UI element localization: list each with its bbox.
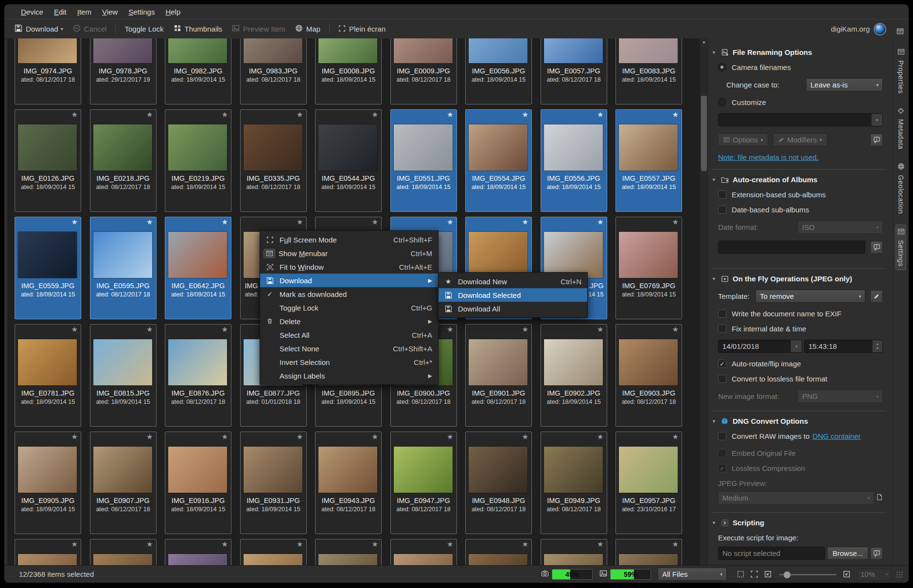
checkbox-checked-icon[interactable]: ✓ [718, 360, 726, 368]
grid-item[interactable]: ★IMG_0978.JPGated: 29/12/2017 19 [90, 38, 157, 104]
grid-item[interactable]: ★IMG_E0907.JPGated: 08/12/2017 18 [90, 432, 157, 534]
customize-option[interactable]: Customize [718, 98, 887, 106]
fit-window-icon[interactable] [748, 569, 760, 580]
toggle-lock-button[interactable]: Toggle Lock [120, 22, 168, 36]
section-dng[interactable]: ▼ DNG Convert Options [712, 417, 890, 425]
thumbnails-button[interactable]: Thumbnails [169, 21, 227, 36]
checkbox-icon[interactable] [718, 432, 726, 440]
grid-item[interactable]: ★IMG_E0218.JPGated: 08/12/2017 18 [90, 109, 157, 212]
menubar-item-settings[interactable]: Settings [123, 6, 159, 17]
grid-item[interactable]: ★IMG_0982.JPGated: 18/09/2014 15 [165, 38, 231, 104]
grid-item-selected[interactable]: ★IMG_E0551.JPGated: 18/09/2014 15 [390, 109, 457, 212]
download-button[interactable]: Download ▾ [10, 21, 68, 36]
sidebar-tab-metadata[interactable]: Metadata [896, 104, 906, 152]
grid-item[interactable]: ★IMG_E0781.JPGated: 18/09/2014 15 [15, 324, 81, 427]
grid-item[interactable]: ★IMG_E0544.JPGated: 18/09/2014 15 [315, 109, 382, 212]
grid-item-selected[interactable]: ★IMG_E0559.JPGated: 18/09/2014 15 [15, 217, 81, 319]
grid-item[interactable]: ★ [465, 539, 532, 566]
edit-template-button[interactable] [870, 290, 883, 303]
scrollbar-thumb[interactable] [701, 96, 707, 171]
grid-item[interactable]: ★IMG_E0056.JPGated: 18/09/2014 15 [465, 38, 532, 104]
grid-item[interactable]: ★IMG_E0931.JPGated: 18/09/2014 15 [240, 432, 307, 534]
extension-subalbums-option[interactable]: Extension-based sub-albums [718, 190, 887, 199]
template-select[interactable]: To remove▾ [755, 290, 865, 303]
grid-item[interactable]: ★IMG_E0008.JPGated: 18/09/2014 15 [315, 38, 382, 104]
grid-item[interactable]: ★IMG_E0902.JPGated: 18/09/2014 15 [541, 324, 607, 427]
grid-item[interactable]: ★IMG_E0815.JPGated: 18/09/2014 15 [90, 324, 157, 427]
dng-container-link[interactable]: DNG container [812, 432, 860, 440]
menu-item-select-all[interactable]: Select AllCtrl+A [260, 328, 438, 342]
grid-item[interactable]: ★IMG_E0948.JPGated: 08/12/2017 18 [465, 432, 532, 534]
checkbox-icon[interactable] [718, 310, 726, 318]
grid-item[interactable]: ★IMG_E0903.JPGated: 08/12/2017 18 [615, 324, 682, 427]
fix-datetime-option[interactable]: Fix internal date & time [718, 325, 887, 333]
collapse-arrow-icon[interactable]: ▼ [712, 520, 717, 525]
date-subalbums-option[interactable]: Date-based sub-albums [718, 206, 887, 214]
grid-item[interactable]: ★ [15, 539, 81, 566]
sidebar-tab-settings[interactable]: Settings [895, 225, 906, 270]
grid-item[interactable]: ★ [541, 539, 607, 566]
radio-icon[interactable] [718, 98, 726, 106]
menu-item-download[interactable]: Download▶ [260, 274, 438, 287]
rename-pattern-input[interactable]: ▾ [718, 113, 883, 126]
menubar-item-help[interactable]: Help [160, 6, 185, 17]
grid-item-selected[interactable]: ★IMG_E0595.JPGated: 08/12/2017 18 [90, 217, 157, 319]
section-file-renaming[interactable]: ▼ File Renaming Options [712, 48, 890, 56]
camera-filenames-option[interactable]: Camera filenames [718, 63, 887, 71]
resize-grip[interactable] [896, 571, 903, 578]
grid-item[interactable]: ★IMG_0983.JPGated: 08/12/2017 18 [240, 38, 307, 104]
info-button[interactable] [870, 134, 883, 146]
menu-item-download-new[interactable]: ★Download NewCtrl+N [439, 275, 587, 288]
menu-item-invert-selection[interactable]: Invert SelectionCtrl+* [260, 355, 438, 369]
grid-item[interactable]: ★IMG_E0083.JPGated: 18/09/2014 15 [615, 38, 682, 104]
checkbox-icon[interactable] [718, 375, 726, 383]
vertical-scrollbar[interactable]: ▲ [700, 38, 708, 566]
zoom-out-fit-icon[interactable] [841, 569, 852, 580]
grid-item[interactable]: ★IMG_E0335.JPGated: 08/12/2017 18 [240, 109, 307, 212]
menu-item-download-selected[interactable]: Download Selected [439, 288, 587, 302]
grid-item[interactable]: ★IMG_E0009.JPGated: 08/12/2017 18 [390, 38, 457, 104]
radio-selected-icon[interactable] [718, 63, 726, 71]
grid-item-selected[interactable]: ★IMG_E0554.JPGated: 18/09/2014 15 [465, 109, 532, 212]
menu-item-fit-to-window[interactable]: Fit to WindowCtrl+Alt+E [260, 260, 438, 274]
grid-item[interactable]: ★IMG_E0947.JPGated: 08/12/2017 18 [390, 432, 457, 534]
grid-item-selected[interactable]: ★IMG_E0556.JPGated: 18/09/2014 15 [541, 109, 607, 212]
menu-item-show-menubar[interactable]: Show MenubarCtrl+M [260, 246, 438, 260]
grid-item[interactable]: ★ [240, 539, 307, 566]
checkbox-icon[interactable] [718, 190, 726, 199]
collapse-arrow-icon[interactable]: ▼ [712, 277, 717, 281]
info-button[interactable] [870, 241, 883, 254]
select-items-icon[interactable] [735, 569, 746, 580]
change-case-select[interactable]: Leave as-is▾ [806, 78, 883, 91]
grid-item[interactable]: ★IMG_E0905.JPGated: 18/09/2014 15 [15, 432, 81, 534]
grid-item[interactable]: ★ [315, 539, 382, 566]
grid-item[interactable]: ★IMG_E0943.JPGated: 08/12/2017 18 [315, 432, 382, 534]
script-path-input[interactable]: No script selected [718, 547, 825, 560]
collapse-arrow-icon[interactable]: ▼ [712, 50, 717, 55]
grid-item[interactable]: ★IMG_E0057.JPGated: 08/12/2017 18 [541, 38, 607, 104]
file-filter-select[interactable]: All Files▾ [658, 568, 727, 581]
menubar-item-item[interactable]: Item [72, 6, 96, 17]
grid-item[interactable]: ★IMG_E0876.JPGated: 08/12/2017 18 [165, 324, 231, 427]
menubar-item-edit[interactable]: Edit [49, 6, 71, 17]
grid-item[interactable]: ★IMG_E0916.JPGated: 18/09/2014 15 [165, 432, 231, 534]
grid-item[interactable]: ★IMG_0974.JPGated: 08/12/2017 18 [15, 38, 81, 104]
write-exif-option[interactable]: Write the document name to EXIF [718, 310, 887, 318]
lossless-convert-option[interactable]: Convert to lossless file format [718, 375, 887, 383]
grid-item[interactable]: ★IMG_E0901.JPGated: 08/12/2017 18 [465, 324, 532, 427]
info-button[interactable] [870, 547, 883, 560]
section-onthefly[interactable]: ▼ On the Fly Operations (JPEG only) [712, 275, 890, 283]
metadata-note-link[interactable]: Note: file metadata is not used. [718, 153, 819, 161]
map-button[interactable]: Map [291, 21, 325, 36]
menu-item-delete[interactable]: Delete▶ [260, 314, 438, 328]
zoom-slider[interactable] [779, 569, 837, 580]
menubar-item-device[interactable]: Device [16, 6, 48, 17]
collapse-arrow-icon[interactable]: ▼ [712, 419, 717, 424]
section-albums[interactable]: ▼ Auto-creation of Albums [712, 175, 890, 184]
menu-item-download-all[interactable]: Download All [439, 302, 587, 315]
grid-item[interactable]: ★IMG_E0957.JPGated: 23/10/2016 17 [615, 432, 682, 534]
menu-item-full-screen-mode[interactable]: Full Screen ModeCtrl+Shift+F [260, 233, 438, 246]
browse-button[interactable]: Browse... [827, 547, 868, 560]
grid-item[interactable]: ★IMG_E0126.JPGated: 18/09/2014 15 [15, 109, 81, 212]
grid-item[interactable]: ★IMG_E0769.JPGated: 18/09/2014 15 [615, 217, 682, 319]
